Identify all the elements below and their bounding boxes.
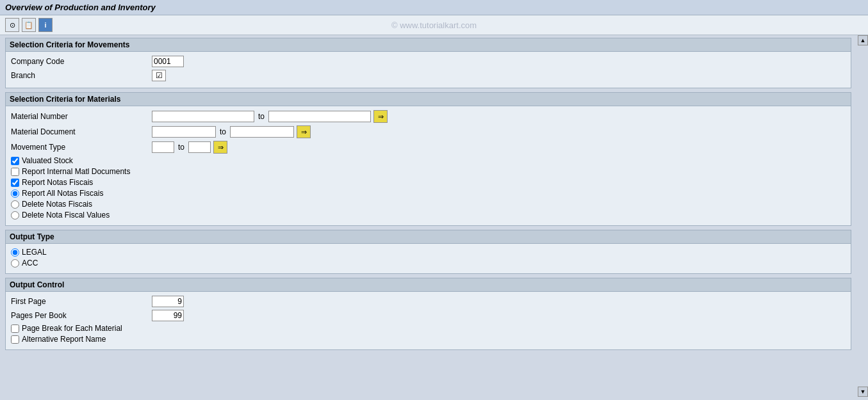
delete-notas-label: Delete Notas Fiscais bbox=[22, 200, 92, 209]
valuated-stock-checkbox[interactable] bbox=[11, 157, 19, 165]
material-document-from[interactable] bbox=[152, 126, 216, 138]
save-icon[interactable]: 📋 bbox=[22, 18, 36, 32]
toolbar: ⊙ 📋 i © www.tutorialkart.com bbox=[0, 15, 868, 35]
movement-type-from[interactable] bbox=[152, 141, 174, 153]
movement-type-range-btn[interactable]: ⇒ bbox=[213, 141, 227, 154]
alt-report-checkbox[interactable] bbox=[11, 335, 19, 344]
branch-label: Branch bbox=[11, 71, 152, 80]
material-document-to[interactable] bbox=[230, 126, 294, 138]
branch-checkbox-display[interactable]: ☑ bbox=[152, 70, 166, 81]
first-page-label: First Page bbox=[11, 297, 152, 306]
to-label-1: to bbox=[258, 112, 265, 121]
scroll-down-btn[interactable]: ▼ bbox=[858, 387, 868, 397]
navigate-back-icon[interactable]: ⊙ bbox=[5, 18, 19, 32]
company-code-label: Company Code bbox=[11, 57, 152, 66]
delete-notas-radio[interactable] bbox=[11, 200, 19, 209]
material-document-label: Material Document bbox=[11, 127, 152, 136]
report-notas-checkbox[interactable] bbox=[11, 179, 19, 187]
material-number-to[interactable] bbox=[268, 111, 371, 122]
watermark: © www.tutorialkart.com bbox=[391, 20, 477, 30]
movement-type-label: Movement Type bbox=[11, 143, 152, 152]
material-number-label: Material Number bbox=[11, 112, 152, 121]
page-break-checkbox[interactable] bbox=[11, 324, 19, 333]
material-number-range-btn[interactable]: ⇒ bbox=[373, 110, 388, 123]
pages-per-book-label: Pages Per Book bbox=[11, 311, 152, 320]
output-control-header: Output Control bbox=[6, 278, 851, 292]
movements-section: Selection Criteria for Movements Company… bbox=[5, 38, 851, 88]
report-all-notas-label: Report All Notas Fiscais bbox=[22, 189, 103, 198]
delete-nota-values-radio[interactable] bbox=[11, 211, 19, 220]
output-type-header: Output Type bbox=[6, 230, 851, 244]
alt-report-label: Alternative Report Name bbox=[22, 335, 106, 344]
legal-label: LEGAL bbox=[22, 248, 47, 257]
movements-header: Selection Criteria for Movements bbox=[6, 38, 851, 52]
acc-radio[interactable] bbox=[11, 259, 19, 268]
materials-section: Selection Criteria for Materials Materia… bbox=[5, 92, 851, 226]
report-internal-label: Report Internal Matl Documents bbox=[22, 167, 130, 176]
report-internal-checkbox[interactable] bbox=[11, 168, 19, 176]
report-all-notas-radio[interactable] bbox=[11, 189, 19, 198]
report-notas-label: Report Notas Fiscais bbox=[22, 178, 93, 187]
pages-per-book-input[interactable] bbox=[152, 310, 184, 321]
valuated-stock-label: Valuated Stock bbox=[22, 156, 73, 165]
info-icon[interactable]: i bbox=[38, 18, 53, 32]
material-document-range-btn[interactable]: ⇒ bbox=[297, 125, 311, 138]
to-label-3: to bbox=[178, 143, 184, 152]
to-label-2: to bbox=[220, 127, 226, 136]
materials-header: Selection Criteria for Materials bbox=[6, 93, 851, 106]
legal-radio[interactable] bbox=[11, 248, 19, 257]
output-control-section: Output Control First Page Pages Per Book… bbox=[5, 278, 851, 350]
delete-nota-values-label: Delete Nota Fiscal Values bbox=[22, 211, 110, 220]
company-code-input[interactable] bbox=[152, 56, 184, 67]
title-bar: Overview of Production and Inventory bbox=[0, 0, 868, 15]
scroll-up-btn[interactable]: ▲ bbox=[858, 35, 868, 45]
page-title: Overview of Production and Inventory bbox=[5, 3, 156, 12]
page-break-label: Page Break for Each Material bbox=[22, 324, 122, 333]
first-page-input[interactable] bbox=[152, 296, 184, 307]
output-type-section: Output Type LEGAL ACC bbox=[5, 230, 851, 274]
scrollbar[interactable]: ▲ ▼ bbox=[858, 35, 868, 397]
material-number-from[interactable] bbox=[152, 111, 254, 122]
movement-type-to[interactable] bbox=[188, 141, 211, 153]
acc-label: ACC bbox=[22, 259, 38, 268]
